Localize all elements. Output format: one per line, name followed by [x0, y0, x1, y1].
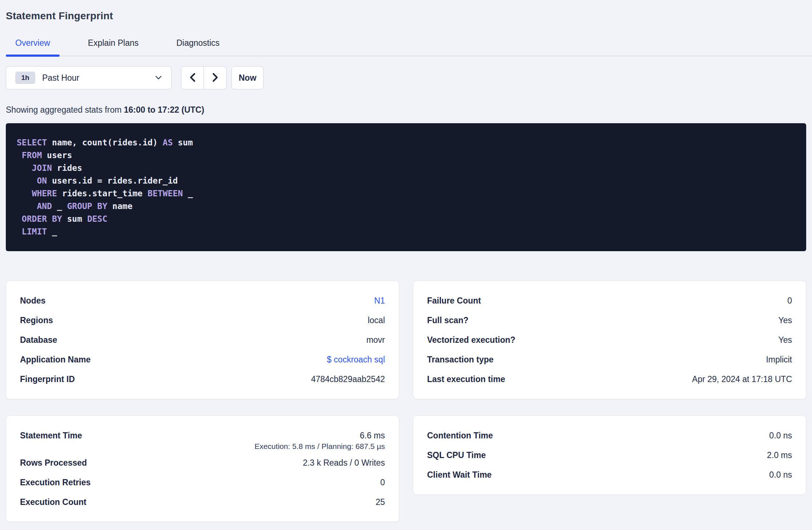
sql-line: WHERE rides.start_time BETWEEN _ — [17, 187, 795, 200]
row-label: Contention Time — [427, 431, 493, 441]
card-row: Rows Processed2.3 k Reads / 0 Writes — [20, 453, 385, 473]
card-row: Regionslocal — [20, 310, 385, 330]
execution-details-card: Failure Count0Full scan?YesVectorized ex… — [413, 281, 806, 399]
card-row: Execution Retries0 — [20, 473, 385, 492]
card-row: Client Wait Time0.0 ns — [427, 465, 792, 485]
card-row: Vectorized execution?Yes — [427, 330, 792, 350]
card-row: Application Name$ cockroach sql — [20, 350, 385, 369]
page-title: Statement Fingerprint — [6, 9, 806, 23]
row-value: $ cockroach sql — [327, 355, 385, 365]
row-value: Apr 29, 2024 at 17:18 UTC — [692, 374, 792, 384]
row-subvalue: Execution: 5.8 ms / Planning: 687.5 µs — [20, 442, 385, 453]
row-label: Failure Count — [427, 296, 481, 306]
prev-time-button[interactable] — [181, 67, 204, 89]
stats-summary-prefix: Showing aggregated stats from — [6, 105, 124, 115]
row-label: Last execution time — [427, 374, 505, 384]
tab-bar: Overview Explain Plans Diagnostics — [6, 38, 812, 56]
row-label: Execution Retries — [20, 478, 91, 487]
sql-statement-box: SELECT name, count(rides.id) AS sum FROM… — [6, 123, 806, 251]
card-row: NodesN1 — [20, 291, 385, 310]
row-label: Fingerprint ID — [20, 374, 75, 384]
card-row: Contention Time0.0 ns — [427, 426, 792, 445]
row-value: 0.0 ns — [769, 470, 792, 480]
row-label: Client Wait Time — [427, 470, 492, 480]
card-row: SQL CPU Time2.0 ms — [427, 445, 792, 465]
chevron-right-icon — [212, 72, 219, 84]
stats-summary-range: 16:00 to 17:22 (UTC) — [124, 105, 204, 115]
sql-line: LIMIT _ — [17, 225, 795, 238]
time-toolbar: 1h Past Hour Now — [6, 66, 806, 89]
sql-line: SELECT name, count(rides.id) AS sum — [17, 136, 795, 149]
row-label: Rows Processed — [20, 458, 87, 468]
row-label: Regions — [20, 316, 53, 325]
row-label: Vectorized execution? — [427, 335, 515, 345]
sql-line: FROM users — [17, 149, 795, 162]
card-row: Failure Count0 — [427, 291, 792, 310]
sql-line: ON users.id = rides.rider_id — [17, 174, 795, 187]
card-row: Full scan?Yes — [427, 310, 792, 330]
row-label: Transaction type — [427, 355, 494, 365]
next-time-button[interactable] — [204, 67, 226, 89]
summary-cards: NodesN1RegionslocalDatabasemovrApplicati… — [6, 281, 806, 522]
stats-summary: Showing aggregated stats from 16:00 to 1… — [6, 105, 806, 115]
time-pager — [181, 66, 226, 89]
row-value: local — [368, 316, 385, 325]
row-value: Yes — [778, 335, 792, 345]
card-row: Last execution timeApr 29, 2024 at 17:18… — [427, 369, 792, 389]
row-value: 0 — [380, 478, 385, 487]
row-label: Nodes — [20, 296, 45, 306]
card-row: Databasemovr — [20, 330, 385, 350]
row-value: N1 — [374, 296, 385, 306]
row-value: 6.6 ms — [360, 431, 385, 441]
time-range-label: Past Hour — [42, 73, 79, 83]
row-value: 4784cb829aab2542 — [311, 374, 385, 384]
row-value: 2.3 k Reads / 0 Writes — [303, 458, 385, 468]
statement-timing-card: Statement Time6.6 msExecution: 5.8 ms / … — [6, 415, 399, 522]
nodes-link[interactable]: N1 — [374, 296, 385, 305]
tab-explain-plans[interactable]: Explain Plans — [79, 38, 148, 56]
row-value: 25 — [375, 497, 385, 507]
sql-line: ORDER BY sum DESC — [17, 213, 795, 225]
time-range-badge: 1h — [15, 72, 35, 84]
card-row: Transaction typeImplicit — [427, 350, 792, 369]
tab-diagnostics[interactable]: Diagnostics — [167, 38, 229, 56]
row-label: SQL CPU Time — [427, 450, 486, 460]
row-value: Implicit — [766, 355, 792, 365]
row-label: Database — [20, 335, 57, 345]
row-label: Execution Count — [20, 497, 87, 507]
time-range-dropdown[interactable]: 1h Past Hour — [6, 66, 172, 89]
row-label: Full scan? — [427, 316, 469, 325]
sql-line: AND _ GROUP BY name — [17, 200, 795, 213]
row-value: 2.0 ms — [767, 450, 792, 460]
row-value: movr — [366, 335, 385, 345]
now-button[interactable]: Now — [232, 66, 264, 89]
row-label: Statement Time — [20, 431, 82, 441]
chevron-down-icon — [155, 76, 162, 80]
card-row: Fingerprint ID4784cb829aab2542 — [20, 369, 385, 389]
wait-timing-card: Contention Time0.0 nsSQL CPU Time2.0 msC… — [413, 415, 806, 495]
app-name-link[interactable]: $ cockroach sql — [327, 355, 385, 364]
card-row: Execution Count25 — [20, 492, 385, 512]
chevron-left-icon — [189, 72, 196, 84]
row-label: Application Name — [20, 355, 91, 365]
row-value: 0.0 ns — [769, 431, 792, 441]
sql-line: JOIN rides — [17, 162, 795, 174]
row-value: Yes — [778, 316, 792, 325]
tab-overview[interactable]: Overview — [6, 38, 60, 56]
statement-details-card: NodesN1RegionslocalDatabasemovrApplicati… — [6, 281, 399, 399]
row-value: 0 — [787, 296, 792, 306]
